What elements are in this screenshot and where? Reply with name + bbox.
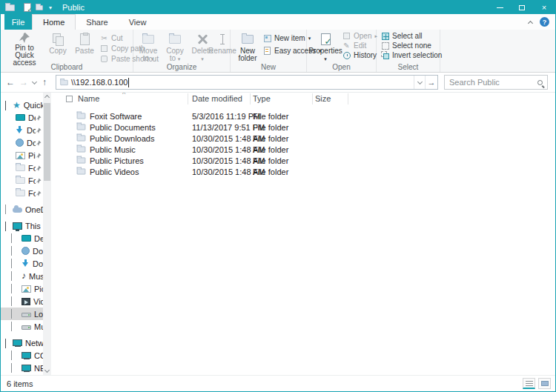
file-list: ^ Name Date modified Type Size Foxit Sof… [51, 93, 555, 375]
select-all-button[interactable]: Select all [381, 32, 442, 40]
chevron-down-icon[interactable] [5, 101, 6, 110]
sidebar-item-pinned-folder[interactable]: Folder [1, 187, 43, 199]
sidebar-item-network-computer[interactable]: COI [1, 349, 43, 362]
select-none-button[interactable]: Select none [381, 41, 442, 50]
qat-dropdown-icon[interactable]: ▾ [49, 4, 52, 11]
pushpin-icon [19, 32, 30, 44]
chevron-right-icon[interactable] [5, 205, 6, 214]
search-icon[interactable] [537, 80, 543, 85]
minimize-button[interactable] [489, 1, 511, 14]
chevron-right-icon[interactable] [11, 234, 12, 243]
chevron-right-icon[interactable] [11, 322, 12, 331]
documents-icon [21, 247, 30, 255]
sidebar-item-pictures-pinned[interactable]: Pictures [1, 149, 43, 162]
move-to-button[interactable]: Move to ▾ [136, 32, 161, 63]
column-header-type[interactable]: Type [253, 94, 271, 103]
column-header-size[interactable]: Size [315, 94, 331, 103]
file-row[interactable]: Public Downloads 10/30/2015 1:48 AM File… [51, 133, 555, 144]
column-header-name[interactable]: Name [78, 94, 99, 103]
tab-share[interactable]: Share [76, 14, 118, 30]
chevron-right-icon[interactable] [11, 272, 12, 281]
sidebar-item-documents[interactable]: Documents [1, 245, 43, 257]
folder-icon [16, 165, 25, 171]
search-box[interactable] [444, 75, 548, 90]
up-button[interactable]: ↑ [38, 77, 51, 87]
file-row[interactable]: Public Music 10/30/2015 1:48 AM File fol… [51, 144, 555, 155]
sidebar-scrollbar[interactable] [43, 93, 51, 375]
help-icon[interactable]: ? [540, 17, 549, 27]
pin-to-quick-access-button[interactable]: Pin to Quick access [5, 32, 44, 63]
column-header-date-modified[interactable]: Date modified [192, 94, 242, 103]
select-none-icon [381, 41, 389, 50]
chevron-right-icon[interactable] [11, 297, 12, 306]
tab-file[interactable]: File [4, 14, 32, 30]
properties-button[interactable]: ✓ Properties▾ [309, 32, 342, 63]
chevron-right-icon[interactable] [11, 364, 12, 373]
address-dropdown-icon[interactable] [414, 76, 425, 89]
copy-button[interactable]: Copy [45, 32, 70, 63]
address-go-button[interactable]: → [425, 76, 437, 89]
file-row[interactable]: Public Videos 10/30/2015 1:48 AM File fo… [51, 166, 555, 177]
text-caret [128, 78, 129, 87]
scroll-down-icon[interactable] [44, 368, 49, 373]
chevron-right-icon[interactable] [11, 285, 12, 293]
open-button[interactable]: Open ▸ [342, 32, 377, 40]
address-text[interactable]: \\192.168.0.100 [71, 78, 128, 87]
minimize-ribbon-icon[interactable] [528, 20, 533, 25]
sidebar-item-pictures[interactable]: Pictures [1, 282, 43, 295]
tab-view[interactable]: View [119, 14, 157, 30]
sidebar-item-pinned-folder[interactable]: Folder [1, 174, 43, 187]
file-row[interactable]: Foxit Software 5/3/2016 11:19 PM File fo… [51, 110, 555, 122]
search-input[interactable] [448, 77, 537, 87]
chevron-right-icon[interactable] [11, 310, 12, 319]
tab-home[interactable]: Home [32, 14, 76, 30]
paste-button[interactable]: Paste [71, 32, 98, 63]
sidebar-item-desktop-pinned[interactable]: Desktop [1, 111, 43, 124]
folder-icon [77, 146, 86, 152]
sidebar-item-this-pc[interactable]: This PC [1, 219, 43, 232]
back-button[interactable]: ← [4, 77, 17, 87]
select-all-checkbox[interactable] [66, 96, 73, 102]
file-row[interactable]: Public Pictures 10/30/2015 1:48 AM File … [51, 155, 555, 166]
qat-properties-icon[interactable]: ✓ [24, 3, 31, 12]
scroll-up-icon[interactable] [44, 95, 49, 100]
sidebar-item-downloads[interactable]: Downloads [1, 257, 43, 270]
chevron-down-icon[interactable] [5, 222, 6, 230]
select-all-label: Select all [392, 32, 423, 40]
sidebar-item-documents-pinned[interactable]: Documents [1, 136, 43, 149]
chevron-right-icon[interactable] [11, 259, 12, 268]
sidebar-item-onedrive[interactable]: OneDrive [1, 203, 43, 216]
chevron-down-icon[interactable] [5, 339, 6, 348]
sidebar-item-network-computer[interactable]: NEX [1, 362, 43, 374]
sidebar-item-desktop[interactable]: Desktop [1, 232, 43, 245]
address-bar[interactable]: \\192.168.0.100 → [56, 75, 438, 90]
titlebar[interactable]: ✓ ▾ Public × [1, 1, 555, 14]
sidebar-item-music[interactable]: ♪ Music [1, 270, 43, 282]
close-button[interactable]: × [533, 1, 555, 14]
chevron-right-icon[interactable] [11, 247, 12, 256]
computer-icon [21, 352, 31, 359]
sidebar-item-downloads-pinned[interactable]: Downloads [1, 124, 43, 136]
sidebar-item-drive[interactable]: Multimedia [1, 320, 43, 333]
file-row[interactable]: Public Documents 11/13/2017 9:51 PM File… [51, 122, 555, 133]
scrollbar-thumb[interactable] [44, 103, 50, 181]
copy-to-button[interactable]: Copy to ▾ [162, 32, 188, 63]
maximize-button[interactable] [511, 1, 533, 14]
sidebar-item-videos[interactable]: Videos [1, 295, 43, 308]
new-folder-button[interactable]: New folder [234, 32, 261, 63]
sidebar-item-local-disk[interactable]: Local Disk (C:) [1, 308, 43, 320]
forward-button[interactable]: → [17, 77, 30, 87]
pictures-icon [16, 152, 25, 159]
recent-locations-icon[interactable] [30, 82, 38, 84]
history-button[interactable]: History [342, 51, 377, 59]
sidebar-item-network[interactable]: Network [1, 336, 43, 349]
sidebar-item-quick-access[interactable]: ★ Quick access [1, 99, 43, 111]
chevron-right-icon[interactable] [11, 351, 12, 360]
qat-new-folder-icon[interactable] [36, 5, 43, 10]
thumbnails-view-button[interactable] [538, 378, 551, 389]
details-view-button[interactable] [523, 378, 535, 389]
folder-icon [77, 168, 86, 174]
invert-selection-button[interactable]: Invert selection [381, 51, 442, 59]
sidebar-item-pinned-folder[interactable]: Folder [1, 162, 43, 174]
edit-button[interactable]: ✎ Edit [342, 41, 377, 50]
